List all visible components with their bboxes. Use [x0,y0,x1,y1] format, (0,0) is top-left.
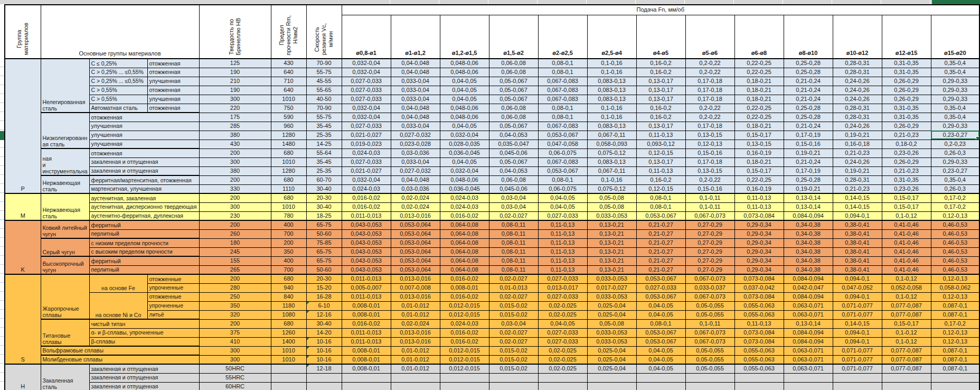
feed-cell[interactable]: 0,27-0,29 [685,220,734,229]
strength-cell[interactable]: 350 [271,247,306,256]
feed-cell[interactable]: 0,29-0,34 [734,220,784,229]
feed-cell[interactable]: 0,037-0,042 [734,283,784,292]
feed-cell[interactable]: 0,063-0,071 [784,301,833,310]
feed-cell[interactable]: 0,083-0,13 [587,95,636,104]
feed-cell[interactable]: 0,2-0,23 [931,140,979,148]
label-cell[interactable]: на основе Fe [89,274,147,292]
feed-cell[interactable]: 0,008-0,01 [342,301,391,310]
feed-cell[interactable]: 0,16-0,18 [833,140,882,148]
speed-cell[interactable] [306,373,342,382]
strength-cell[interactable]: 700 [271,229,306,238]
feed-cell[interactable]: 0,027-0,033 [538,337,587,346]
hardness-cell[interactable]: 210 [199,77,271,86]
feed-cell[interactable] [489,373,538,382]
strength-cell[interactable]: 1480 [271,140,306,148]
feed-cell[interactable]: 0,21-0,27 [636,238,685,247]
feed-cell[interactable]: 0,007-0,008 [391,283,440,292]
feed-cell[interactable]: 0,11-0,13 [734,193,784,202]
feed-cell[interactable]: 0,008-0,01 [342,346,391,355]
feed-cell[interactable]: 0,18-0,21 [734,95,784,104]
feed-cell[interactable]: 0,043-0,053 [342,238,391,247]
feed-cell[interactable]: 0,1-0,11 [685,319,734,328]
feed-cell[interactable]: 0,094-0,1 [833,211,882,220]
feed-cell[interactable]: 0,17-0,19 [784,166,833,175]
speed-cell[interactable]: 25-35 [306,166,342,175]
feed-cell[interactable]: 0,067-0,11 [587,131,636,140]
feed-cell[interactable]: 0,023-0,028 [391,140,440,148]
feed-cell[interactable]: 0,073-0,084 [734,274,784,283]
label-cell[interactable]: закаленная и отпущенная [89,166,199,175]
feed-cell[interactable]: 0,08-0,1 [636,319,685,328]
feed-cell[interactable]: 0,25-0,28 [784,59,833,68]
feed-cell[interactable]: 0,033-0,053 [587,211,636,220]
label-cell[interactable]: закаленная и отпущенная [89,382,199,390]
feed-cell[interactable]: 0,028-0,035 [440,140,489,148]
feed-cell[interactable]: 0,1-0,11 [685,202,734,211]
feed-cell[interactable]: 0,1-0,12 [882,211,931,220]
feed-cell[interactable] [636,382,685,390]
feed-cell[interactable]: 0,13-0,17 [636,157,685,166]
feed-cell[interactable]: 0,13-0,17 [636,122,685,131]
feed-cell[interactable]: 0,048-0,06 [440,59,489,68]
feed-cell[interactable]: 0,29-0,34 [734,265,784,274]
feed-cell[interactable]: 0,06-0,08 [489,113,538,122]
feed-cell[interactable]: 0,01-0,012 [391,310,440,319]
group-cell-K[interactable]: K [5,220,41,274]
strength-cell[interactable]: 780 [271,211,306,220]
feed-cell[interactable]: 0,38-0,41 [833,229,882,238]
speed-cell[interactable]: 6-10 [306,301,342,310]
label-cell[interactable]: ферритная/мартенситная, отожженная [89,175,199,184]
feed-col-header-8[interactable]: ø6-ø8 [734,15,784,59]
strength-cell[interactable]: 940 [271,283,306,292]
speed-cell[interactable]: 35-45 [306,157,342,166]
feed-cell[interactable]: 0,12-0,15 [636,184,685,193]
feed-cell[interactable]: 0,15-0,16 [685,148,734,157]
label-cell[interactable]: перлитный [89,229,199,238]
feed-cell[interactable]: 0,24-0,26 [833,157,882,166]
label-cell[interactable]: улучшенная [89,140,199,148]
label-cell[interactable]: Автоматная сталь [89,104,147,113]
hardness-cell[interactable]: 350 [199,301,271,310]
strength-cell[interactable]: 400 [271,256,306,265]
feed-cell[interactable]: 0,1-0,12 [882,337,931,346]
strength-cell[interactable]: 400 [271,220,306,229]
feed-cell[interactable]: 0,053-0,064 [391,238,440,247]
feed-cell[interactable]: 0,1-0,11 [685,193,734,202]
feed-cell[interactable]: 0,027-0,033 [342,157,391,166]
hardness-cell[interactable]: 300 [199,95,271,104]
feed-cell[interactable]: 0,31-0,35 [882,113,931,122]
feed-cell[interactable]: 0,34-0,38 [784,265,833,274]
feed-cell[interactable]: 0,21-0,23 [833,148,882,157]
speed-cell[interactable]: 40-50 [306,95,342,104]
feed-cell[interactable]: 0,38-0,41 [833,265,882,274]
feed-cell[interactable]: 0,05-0,067 [489,157,538,166]
feed-cell[interactable]: 0,46-0,53 [931,238,979,247]
label-cell[interactable]: упрочненные [147,283,199,292]
feed-cell[interactable]: 0,26-0,3 [931,148,979,157]
feed-cell[interactable]: 0,23-0,27 [931,166,979,175]
feed-cell[interactable]: 0,04-0,05 [636,364,685,373]
label-cell[interactable]: отожженная [147,86,199,95]
feed-cell[interactable]: 0,055-0,063 [734,355,784,364]
feed-cell[interactable]: 0,11-0,13 [734,202,784,211]
feed-cell[interactable]: 0,043-0,053 [342,220,391,229]
strength-cell[interactable]: 1010 [271,355,306,364]
feed-cell[interactable]: 0,34-0,38 [784,238,833,247]
feed-cell[interactable]: 0,032-0,04 [342,104,391,113]
feed-cell[interactable]: 0,22-0,25 [734,68,784,77]
feed-cell[interactable]: 0,04-0,05 [636,310,685,319]
feed-cell[interactable]: 0,17-0,19 [784,131,833,140]
feed-cell[interactable]: 0,24-0,26 [833,86,882,95]
speed-cell[interactable]: 20-30 [306,193,342,202]
feed-cell[interactable]: 0,1-0,16 [587,113,636,122]
feed-cell[interactable]: 0,027-0,033 [342,86,391,95]
hardness-cell[interactable]: 190 [199,68,271,77]
hardness-cell[interactable]: 245 [199,247,271,256]
feed-cell[interactable]: 0,12-0,13 [931,328,979,337]
feed-cell[interactable]: 0,01-0,013 [489,283,538,292]
speed-cell[interactable]: 14-20 [306,328,342,337]
feed-cell[interactable]: 0,22-0,25 [734,113,784,122]
feed-cell[interactable]: 0,02-0,027 [489,337,538,346]
feed-cell[interactable]: 0,11-0,13 [636,166,685,175]
feed-cell[interactable]: 0,083-0,13 [587,86,636,95]
